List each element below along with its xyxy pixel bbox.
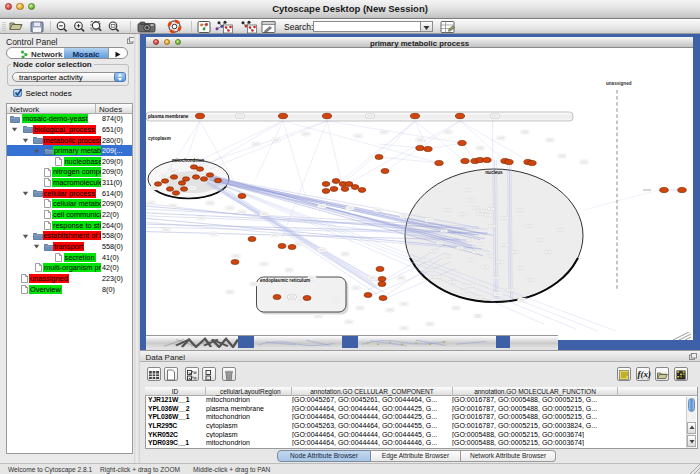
svg-text:plasma membrane: plasma membrane	[148, 114, 189, 119]
svg-text:nucleus: nucleus	[485, 170, 503, 175]
svg-text:unassigned: unassigned	[606, 81, 632, 86]
svg-text:mitochondrion: mitochondrion	[172, 158, 204, 163]
svg-text:endoplasmic reticulum: endoplasmic reticulum	[260, 278, 310, 283]
svg-text:cytoplasm: cytoplasm	[148, 136, 171, 141]
